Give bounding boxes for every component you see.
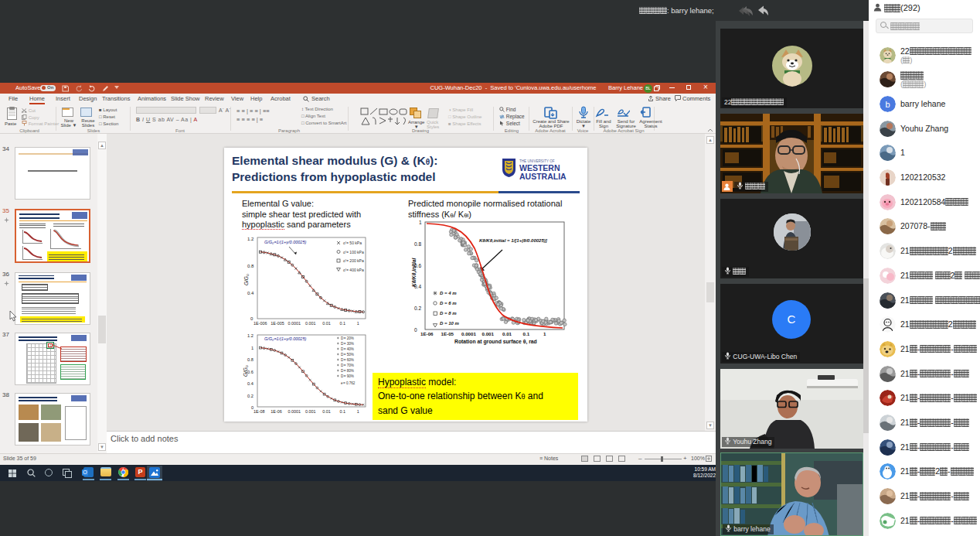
svg-text:0.2: 0.2 bbox=[247, 394, 254, 398]
svg-text:1: 1 bbox=[419, 220, 422, 225]
svg-text:0.0001: 0.0001 bbox=[461, 331, 476, 336]
svg-text:G/G₀=1/(1+γ/0.00025): G/G₀=1/(1+γ/0.00025) bbox=[264, 336, 306, 341]
svg-text:Kθ/Kθ,initial: Kθ/Kθ,initial bbox=[411, 258, 417, 287]
svg-text:D = 90%: D = 90% bbox=[341, 374, 354, 378]
svg-text:1: 1 bbox=[357, 409, 359, 414]
svg-text:0.1: 0.1 bbox=[523, 331, 530, 336]
svg-text:D = 50%: D = 50% bbox=[341, 353, 354, 357]
svg-text:0.0001: 0.0001 bbox=[288, 409, 301, 414]
svg-text:D = 8 m: D = 8 m bbox=[440, 311, 457, 316]
svg-text:0.8: 0.8 bbox=[414, 241, 421, 247]
svg-text:0.01: 0.01 bbox=[322, 321, 331, 326]
svg-text:0.4: 0.4 bbox=[247, 381, 254, 386]
svg-text:e = 0.762: e = 0.762 bbox=[341, 381, 356, 385]
svg-text:1: 1 bbox=[251, 346, 254, 350]
svg-text:σ'= 100 kPa: σ'= 100 kPa bbox=[343, 250, 364, 254]
svg-text:0: 0 bbox=[414, 327, 417, 333]
svg-text:1E-08: 1E-08 bbox=[254, 409, 264, 414]
svg-text:0.001: 0.001 bbox=[482, 331, 495, 336]
svg-text:1E-006: 1E-006 bbox=[254, 321, 267, 326]
svg-text:D = 10 m: D = 10 m bbox=[440, 321, 460, 326]
svg-text:1E-06: 1E-06 bbox=[271, 409, 281, 414]
svg-text:b: b bbox=[885, 100, 890, 109]
svg-text:Kθ/Kθ,initial = 1/[1+(θ/0.0002: Kθ/Kθ,initial = 1/[1+(θ/0.00025)] bbox=[479, 238, 548, 243]
svg-text:1: 1 bbox=[357, 321, 359, 326]
svg-text:0.1: 0.1 bbox=[340, 409, 346, 414]
svg-text:1.2: 1.2 bbox=[247, 237, 254, 241]
svg-text:0.6: 0.6 bbox=[247, 370, 254, 374]
svg-text:Rotation at ground surface θ,: Rotation at ground surface θ, rad bbox=[454, 339, 537, 345]
svg-text:0.01: 0.01 bbox=[322, 409, 331, 414]
svg-text:0.001: 0.001 bbox=[305, 321, 316, 326]
svg-text:G/G₀: G/G₀ bbox=[243, 274, 249, 285]
svg-text:1.2: 1.2 bbox=[247, 333, 254, 338]
svg-text:G/G₀: G/G₀ bbox=[243, 365, 248, 377]
svg-text:1E-06: 1E-06 bbox=[420, 331, 434, 336]
svg-text:0.1: 0.1 bbox=[340, 321, 346, 326]
svg-text:D = 40%: D = 40% bbox=[341, 347, 354, 351]
svg-text:σ'= 50 kPa: σ'= 50 kPa bbox=[343, 241, 362, 245]
svg-text:D = 4 m: D = 4 m bbox=[440, 291, 457, 295]
svg-text:D = 20%: D = 20% bbox=[341, 336, 354, 340]
svg-text:1E-005: 1E-005 bbox=[271, 321, 284, 326]
svg-text:1E-05: 1E-05 bbox=[441, 331, 454, 336]
svg-text:1: 1 bbox=[543, 331, 546, 336]
svg-text:0.8: 0.8 bbox=[247, 264, 254, 268]
svg-text:D = 70%: D = 70% bbox=[341, 364, 354, 367]
svg-text:σ'= 400 kPa: σ'= 400 kPa bbox=[343, 268, 364, 272]
svg-text:0.2: 0.2 bbox=[414, 306, 421, 311]
svg-text:G/G₀=1/(1+γ/0.00025): G/G₀=1/(1+γ/0.00025) bbox=[264, 240, 306, 244]
svg-text:D = 80%: D = 80% bbox=[341, 369, 354, 373]
svg-text:D = 30%: D = 30% bbox=[341, 342, 354, 346]
svg-text:D = 60%: D = 60% bbox=[341, 358, 354, 362]
svg-text:0.4: 0.4 bbox=[247, 291, 254, 295]
svg-text:σ'= 200 kPa: σ'= 200 kPa bbox=[343, 258, 364, 263]
svg-text:0.01: 0.01 bbox=[502, 331, 512, 336]
svg-text:0.001: 0.001 bbox=[305, 409, 316, 414]
svg-text:D = 6 m: D = 6 m bbox=[440, 301, 457, 306]
svg-text:0.8: 0.8 bbox=[247, 357, 254, 362]
svg-text:AUSTRALIA: AUSTRALIA bbox=[519, 172, 567, 181]
svg-text:0.0001: 0.0001 bbox=[288, 321, 301, 326]
